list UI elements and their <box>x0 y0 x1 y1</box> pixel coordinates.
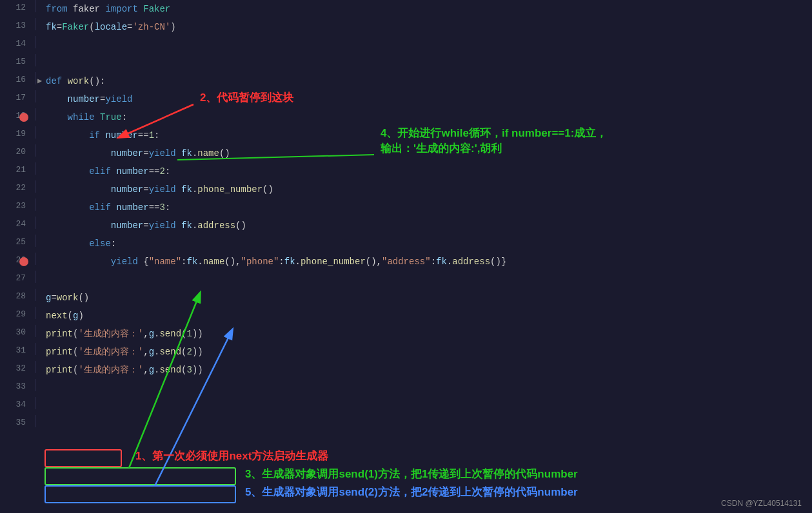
code-line: 15 <box>0 54 812 72</box>
line-number: 27 <box>0 271 35 283</box>
code-line: 34 <box>0 397 812 415</box>
breakpoint-icon <box>19 113 28 122</box>
fold-arrow-icon[interactable]: ▶ <box>37 76 42 86</box>
line-number: 18 <box>0 108 35 121</box>
line-number: 13 <box>0 18 35 30</box>
line-content: elif number==3: <box>35 198 812 217</box>
line-number: 35 <box>0 415 35 427</box>
code-line: 27 <box>0 271 812 289</box>
line-number: 19 <box>0 126 35 139</box>
line-number: 21 <box>0 162 35 175</box>
line-content: while True: <box>35 108 812 126</box>
line-number: 31 <box>0 343 35 355</box>
line-number: 25 <box>0 235 35 247</box>
line-content: next(g) <box>35 307 812 325</box>
line-content: print('生成的内容：',g.send(1)) <box>35 325 812 343</box>
line-number: 16 <box>0 72 35 84</box>
line-number: 30 <box>0 325 35 337</box>
line-content <box>35 379 812 397</box>
line-number: 15 <box>0 54 35 66</box>
code-line: 21 elif number==2: <box>0 162 812 180</box>
highlight-line29 <box>45 450 121 467</box>
line-content <box>35 397 812 415</box>
annotation-1: 1、第一次必须使用next方法启动生成器 <box>135 449 328 463</box>
code-line: 18 while True: <box>0 108 812 126</box>
code-line: 35 <box>0 415 812 433</box>
code-line: 14 <box>0 36 812 54</box>
code-line: 33 <box>0 379 812 397</box>
line-number: 33 <box>0 379 35 391</box>
line-number: 34 <box>0 397 35 409</box>
line-number: 24 <box>0 217 35 229</box>
line-content <box>35 271 812 289</box>
code-line: 17 number=yield <box>0 90 812 108</box>
line-number: 26 <box>0 253 35 265</box>
line-number: 23 <box>0 198 35 211</box>
code-line: 12from faker import Faker <box>0 0 812 18</box>
watermark: CSDN @YZL40514131 <box>721 499 802 508</box>
code-line: 28g=work() <box>0 289 812 307</box>
line-number: 29 <box>0 307 35 319</box>
line-content: print('生成的内容：',g.send(2)) <box>35 343 812 361</box>
line-number: 28 <box>0 289 35 301</box>
annotation-4: 4、开始进行while循环，if number==1:成立， 输出：'生成的内容… <box>381 126 607 157</box>
code-line: 32print('生成的内容：',g.send(3)) <box>0 361 812 379</box>
highlight-line31 <box>45 486 235 503</box>
annotation-5: 5、生成器对象调用send(2)方法，把2传递到上次暂停的代码number <box>245 485 578 499</box>
code-line: 23 elif number==3: <box>0 198 812 217</box>
line-content <box>35 54 812 72</box>
line-content: elif number==2: <box>35 162 812 180</box>
line-content <box>35 36 812 54</box>
code-line: 29next(g) <box>0 307 812 325</box>
code-line: 24 number=yield fk.address() <box>0 217 812 235</box>
code-line: 31print('生成的内容：',g.send(2)) <box>0 343 812 361</box>
line-content: number=yield fk.address() <box>35 217 812 235</box>
line-content <box>35 415 812 433</box>
line-content: fk=Faker(locale='zh-CN') <box>35 18 812 36</box>
highlight-line30 <box>45 468 235 485</box>
line-number: 20 <box>0 144 35 157</box>
annotation-3: 3、生成器对象调用send(1)方法，把1传递到上次暂停的代码number <box>245 467 578 481</box>
line-content: from faker import Faker <box>35 0 812 18</box>
line-number: 12 <box>0 0 35 12</box>
line-number: 14 <box>0 36 35 48</box>
code-line: 30print('生成的内容：',g.send(1)) <box>0 325 812 343</box>
line-content: else: <box>35 235 812 253</box>
breakpoint-icon <box>19 257 28 266</box>
line-number: 17 <box>0 90 35 102</box>
line-number: 32 <box>0 361 35 373</box>
annotation-2: 2、代码暂停到这块 <box>200 90 293 105</box>
code-editor: 12from faker import Faker13fk=Faker(loca… <box>0 0 812 513</box>
code-line: 22 number=yield fk.phone_number() <box>0 180 812 198</box>
line-content: number=yield fk.phone_number() <box>35 180 812 198</box>
line-content: print('生成的内容：',g.send(3)) <box>35 361 812 379</box>
line-number: 22 <box>0 180 35 193</box>
line-content: g=work() <box>35 289 812 307</box>
line-content: def work(): <box>35 72 812 90</box>
code-line: 16▶def work(): <box>0 72 812 90</box>
code-line: 25 else: <box>0 235 812 253</box>
code-line: 13fk=Faker(locale='zh-CN') <box>0 18 812 36</box>
line-content: number=yield <box>35 90 812 108</box>
line-content: yield {"name":fk.name(),"phone":fk.phone… <box>35 253 812 271</box>
code-line: 26 yield {"name":fk.name(),"phone":fk.ph… <box>0 253 812 271</box>
